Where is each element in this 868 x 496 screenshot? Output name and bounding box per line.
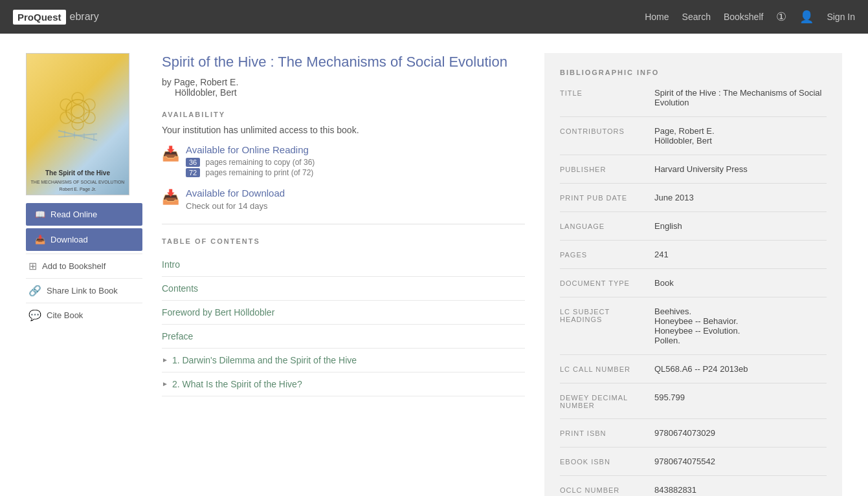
product-name: ebrary xyxy=(70,11,99,23)
cover-title-text: The Spirit of the Hive xyxy=(30,169,126,177)
book-cover: The Spirit of the Hive THE MECHANISMS OF… xyxy=(26,53,129,195)
cover-author-text: Robert E. Page Jr. xyxy=(30,187,126,191)
biblio-divider-11 xyxy=(560,475,827,476)
proquest-logo: ProQuest xyxy=(13,10,66,25)
toc-intro-label: Intro xyxy=(162,259,180,270)
biblio-row-doctype: DOCUMENT TYPE Book xyxy=(560,278,827,288)
biblio-row-contributors: CONTRIBUTORS Page, Robert E. Hölldobler,… xyxy=(560,126,827,146)
toc-label: TABLE OF CONTENTS xyxy=(162,237,525,245)
biblio-key-lc-call: LC CALL NUMBER xyxy=(560,364,644,373)
toc-item-foreword[interactable]: Foreword by Bert Hölldobler xyxy=(162,301,525,325)
biblio-val-title: Spirit of the Hive : The Mechanisms of S… xyxy=(654,88,827,107)
toc-foreword-label: Foreword by Bert Hölldobler xyxy=(162,307,274,318)
toc-item-intro[interactable]: Intro xyxy=(162,253,525,277)
add-bookshelf-link[interactable]: ⊞ Add to Bookshelf xyxy=(26,253,142,278)
toc-item-contents[interactable]: Contents xyxy=(162,277,525,301)
biblio-val-oclc: 843882831 xyxy=(654,485,827,495)
biblio-val-dewey: 595.799 xyxy=(654,393,827,402)
biblio-row-ebook-isbn: EBOOK ISBN 9780674075542 xyxy=(560,457,827,466)
user-icon[interactable]: 👤 xyxy=(799,10,814,24)
biblio-divider-4 xyxy=(560,240,827,241)
biblio-key-ebook-isbn: EBOOK ISBN xyxy=(560,457,644,466)
sidebar: The Spirit of the Hive THE MECHANISMS OF… xyxy=(26,53,142,496)
read-online-label: Read Online xyxy=(50,210,97,219)
help-icon[interactable]: ① xyxy=(776,10,786,24)
online-reading-item: 📥 Available for Online Reading 36 pages … xyxy=(162,144,525,178)
copy-detail: 36 pages remaining to copy (of 36) xyxy=(186,158,315,167)
download-item: 📥 Available for Download Check out for 1… xyxy=(162,188,525,211)
download-details: Available for Download Check out for 14 … xyxy=(186,188,285,211)
online-reading-details: Available for Online Reading 36 pages re… xyxy=(186,144,315,178)
biblio-key-doctype: DOCUMENT TYPE xyxy=(560,278,644,287)
online-reading-icon: 📥 xyxy=(162,146,179,162)
biblio-key-title: TITLE xyxy=(560,88,644,97)
nav-home[interactable]: Home xyxy=(645,12,669,22)
cover-subtitle-text: THE MECHANISMS OF SOCIAL EVOLUTION xyxy=(30,180,126,184)
biblio-row-title: TITLE Spirit of the Hive : The Mechanism… xyxy=(560,88,827,107)
share-icon: 🔗 xyxy=(28,285,41,297)
biblio-panel: BIBLIOGRAPHIC INFO TITLE Spirit of the H… xyxy=(544,53,842,496)
biblio-key-publisher: PUBLISHER xyxy=(560,164,644,173)
main-content: Spirit of the Hive : The Mechanisms of S… xyxy=(162,53,525,496)
svg-point-1 xyxy=(71,105,84,118)
book-title: Spirit of the Hive : The Mechanisms of S… xyxy=(162,53,525,72)
biblio-key-pubdate: PRINT PUB DATE xyxy=(560,193,644,202)
biblio-divider-1 xyxy=(560,155,827,155)
read-online-button[interactable]: 📖 Read Online xyxy=(26,203,142,226)
share-link-label: Share Link to Book xyxy=(47,286,118,296)
availability-message: Your institution has unlimited access to… xyxy=(162,125,525,135)
biblio-divider-6 xyxy=(560,297,827,297)
biblio-key-print-isbn: PRINT ISBN xyxy=(560,428,644,437)
toc-ch2-label: 2. What Is the Spirit of the Hive? xyxy=(172,379,302,389)
biblio-divider-10 xyxy=(560,447,827,447)
online-reading-title: Available for Online Reading xyxy=(186,144,315,155)
navigation: ProQuest ebrary Home Search Bookshelf ① … xyxy=(0,0,868,34)
biblio-val-pubdate: June 2013 xyxy=(654,193,827,202)
biblio-key-language: LANGUAGE xyxy=(560,221,644,230)
biblio-divider-8 xyxy=(560,383,827,383)
biblio-key-dewey: DEWEY DECIMAL NUMBER xyxy=(560,393,644,409)
ch1-arrow-icon: ► xyxy=(162,356,168,363)
biblio-row-pubdate: PRINT PUB DATE June 2013 xyxy=(560,193,827,202)
svg-point-3 xyxy=(72,118,83,130)
add-bookshelf-label: Add to Bookshelf xyxy=(42,261,106,271)
svg-point-0 xyxy=(66,100,89,123)
toc-item-ch2[interactable]: ► 2. What Is the Spirit of the Hive? xyxy=(162,372,525,396)
biblio-section-label: BIBLIOGRAPHIC INFO xyxy=(560,69,827,76)
brand: ProQuest ebrary xyxy=(13,10,99,25)
download-icon: 📥 xyxy=(35,235,45,244)
toc-list: Intro Contents Foreword by Bert Hölldobl… xyxy=(162,253,525,396)
page-content: The Spirit of the Hive THE MECHANISMS OF… xyxy=(0,34,868,496)
book-icon: 📖 xyxy=(35,210,45,219)
print-text: pages remaining to print xyxy=(206,168,289,177)
ch2-arrow-icon: ► xyxy=(162,380,168,387)
cite-book-link[interactable]: 💬 Cite Book xyxy=(26,303,142,327)
biblio-val-lc-call: QL568.A6 -- P24 2013eb xyxy=(654,364,827,374)
by-label: by xyxy=(162,77,172,87)
copy-text: pages remaining to copy xyxy=(206,158,291,167)
nav-search[interactable]: Search xyxy=(682,12,711,22)
author1: Page, Robert E. xyxy=(174,77,239,87)
cite-icon: 💬 xyxy=(28,309,41,321)
download-avail-title: Available for Download xyxy=(186,188,285,199)
biblio-divider-7 xyxy=(560,354,827,355)
biblio-row-oclc: OCLC NUMBER 843882831 xyxy=(560,485,827,495)
sign-in-link[interactable]: Sign In xyxy=(827,12,855,22)
biblio-divider-9 xyxy=(560,418,827,419)
nav-bookshelf[interactable]: Bookshelf xyxy=(724,12,763,22)
print-detail: 72 pages remaining to print (of 72) xyxy=(186,168,315,177)
share-link-link[interactable]: 🔗 Share Link to Book xyxy=(26,278,142,303)
toc-preface-label: Preface xyxy=(162,331,193,341)
biblio-row-language: LANGUAGE English xyxy=(560,221,827,231)
toc-item-preface[interactable]: Preface xyxy=(162,325,525,349)
biblio-val-lc-subjects: Beehives. Honeybee -- Behavior. Honeybee… xyxy=(654,307,827,345)
book-authors: by Page, Robert E. Hölldobler, Bert xyxy=(162,77,525,98)
svg-line-9 xyxy=(58,134,97,137)
toc-item-ch1[interactable]: ► 1. Darwin's Dilemma and the Spirit of … xyxy=(162,349,525,372)
biblio-val-publisher: Harvard University Press xyxy=(654,164,827,174)
download-button[interactable]: 📥 Download xyxy=(26,228,142,251)
biblio-val-ebook-isbn: 9780674075542 xyxy=(654,457,827,466)
copy-badge: 36 xyxy=(186,158,200,167)
biblio-row-lc-call: LC CALL NUMBER QL568.A6 -- P24 2013eb xyxy=(560,364,827,374)
biblio-val-contributors: Page, Robert E. Hölldobler, Bert xyxy=(654,126,827,146)
